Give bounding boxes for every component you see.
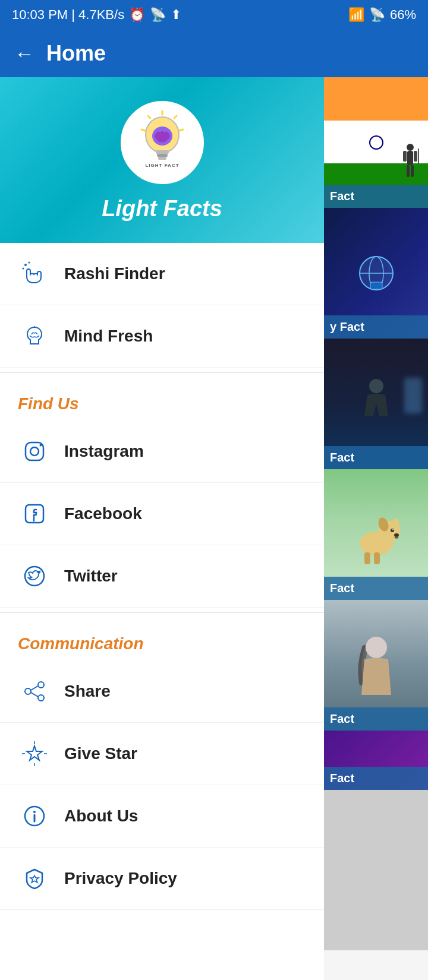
svg-rect-55	[364, 552, 370, 564]
upload-icon: ⬆	[171, 7, 181, 23]
globe-svg	[353, 249, 400, 297]
svg-rect-3	[158, 157, 166, 160]
svg-point-17	[30, 447, 39, 456]
privacy-policy-label: Privacy Policy	[64, 869, 177, 888]
svg-rect-38	[414, 151, 417, 162]
dog-svg	[347, 502, 406, 567]
back-button[interactable]: ←	[14, 42, 34, 65]
card-dog[interactable]: Fact	[324, 469, 428, 600]
svg-text:LIGHT FACT: LIGHT FACT	[145, 163, 179, 168]
svg-line-25	[31, 693, 38, 697]
menu-item-rashi-finder[interactable]: Rashi Finder	[0, 243, 324, 305]
svg-rect-2	[157, 154, 168, 157]
info-icon	[18, 799, 51, 833]
svg-point-47	[369, 379, 383, 393]
twitter-label: Twitter	[64, 567, 118, 586]
logo-svg: LIGHT FACT	[130, 110, 195, 175]
card-extra-label: Fact	[324, 767, 428, 790]
menu-item-give-star[interactable]: Give Star	[0, 723, 324, 785]
svg-line-6	[174, 116, 177, 118]
card-india-label: Fact	[324, 185, 428, 208]
card-person[interactable]: Fact	[324, 600, 428, 731]
svg-point-53	[392, 529, 394, 530]
card-india[interactable]: Fact	[324, 77, 428, 208]
divider-1	[0, 372, 324, 373]
card-tech-label: y Fact	[324, 315, 428, 339]
menu-item-facebook[interactable]: Facebook	[0, 483, 324, 545]
shield-icon	[18, 862, 51, 895]
svg-rect-56	[374, 552, 380, 564]
svg-point-35	[407, 144, 414, 151]
about-us-label: About Us	[64, 807, 138, 826]
app-logo-circle: LIGHT FACT	[121, 101, 204, 184]
twitter-icon	[18, 559, 51, 593]
svg-marker-30	[27, 746, 42, 760]
svg-point-33	[33, 811, 36, 813]
card-dog-label: Fact	[324, 577, 428, 600]
svg-point-52	[391, 529, 394, 532]
card-person-label: Fact	[324, 707, 428, 731]
facebook-icon	[18, 497, 51, 530]
svg-rect-46	[370, 282, 382, 289]
battery-indicator: 66%	[390, 7, 416, 23]
svg-rect-37	[403, 151, 407, 162]
right-panel: Fact y Fact	[324, 77, 428, 980]
status-time: 10:03 PM | 4.7KB/s	[12, 7, 124, 23]
person-svg	[353, 630, 400, 701]
app-bar: ← Home	[0, 30, 428, 77]
divider-2	[0, 612, 324, 613]
svg-point-21	[38, 682, 44, 688]
svg-point-57	[366, 637, 387, 658]
svg-point-54	[394, 533, 399, 537]
communication-header: Communication	[0, 618, 324, 660]
instagram-icon	[18, 435, 51, 468]
dark-figure-svg	[355, 374, 397, 434]
menu-item-mind-fresh[interactable]: Mind Fresh	[0, 305, 324, 368]
svg-point-22	[38, 695, 44, 701]
page-title: Home	[46, 41, 106, 66]
cast-icon: 📡	[150, 7, 166, 23]
main-container: LIGHT FACT Light Facts Rashi Finder	[0, 77, 428, 980]
soldier-silhouette-svg	[398, 143, 422, 184]
signal-icon: 📶	[348, 7, 364, 23]
drawer-header: LIGHT FACT Light Facts	[0, 77, 324, 243]
menu-item-about-us[interactable]: About Us	[0, 785, 324, 848]
facebook-label: Facebook	[64, 504, 142, 523]
status-bar: 10:03 PM | 4.7KB/s ⏰ 📡 ⬆ 📶 📡 66%	[0, 0, 428, 30]
svg-point-13	[23, 268, 24, 270]
svg-line-9	[141, 129, 145, 131]
card-tech[interactable]: y Fact	[324, 208, 428, 339]
svg-rect-39	[407, 165, 410, 177]
menu-item-instagram[interactable]: Instagram	[0, 421, 324, 483]
svg-point-18	[40, 444, 42, 447]
hand-icon	[18, 257, 51, 290]
star-icon	[18, 737, 51, 770]
menu-item-share[interactable]: Share	[0, 660, 324, 723]
brain-icon	[18, 320, 51, 353]
svg-line-7	[148, 116, 150, 118]
menu-item-privacy-policy[interactable]: Privacy Policy	[0, 848, 324, 910]
give-star-label: Give Star	[64, 744, 137, 763]
share-label: Share	[64, 682, 111, 701]
svg-rect-1	[156, 150, 169, 154]
svg-point-12	[29, 262, 30, 264]
wifi-icon: 📡	[369, 7, 385, 23]
svg-marker-34	[30, 875, 39, 883]
mind-fresh-label: Mind Fresh	[64, 327, 153, 346]
svg-rect-36	[407, 151, 413, 165]
app-name: Light Facts	[102, 196, 222, 222]
alarm-icon: ⏰	[129, 7, 145, 23]
card-dark-label: Fact	[324, 446, 428, 469]
card-extra[interactable]: Fact	[324, 731, 428, 790]
find-us-header: Find Us	[0, 378, 324, 421]
svg-point-23	[25, 688, 31, 694]
card-dark[interactable]: Fact	[324, 339, 428, 469]
menu-item-twitter[interactable]: Twitter	[0, 545, 324, 608]
svg-line-24	[31, 686, 38, 690]
instagram-label: Instagram	[64, 442, 144, 461]
svg-line-8	[180, 129, 183, 131]
svg-point-20	[25, 567, 44, 586]
rashi-finder-label: Rashi Finder	[64, 264, 165, 283]
drawer: LIGHT FACT Light Facts Rashi Finder	[0, 77, 324, 980]
svg-point-11	[24, 264, 27, 266]
